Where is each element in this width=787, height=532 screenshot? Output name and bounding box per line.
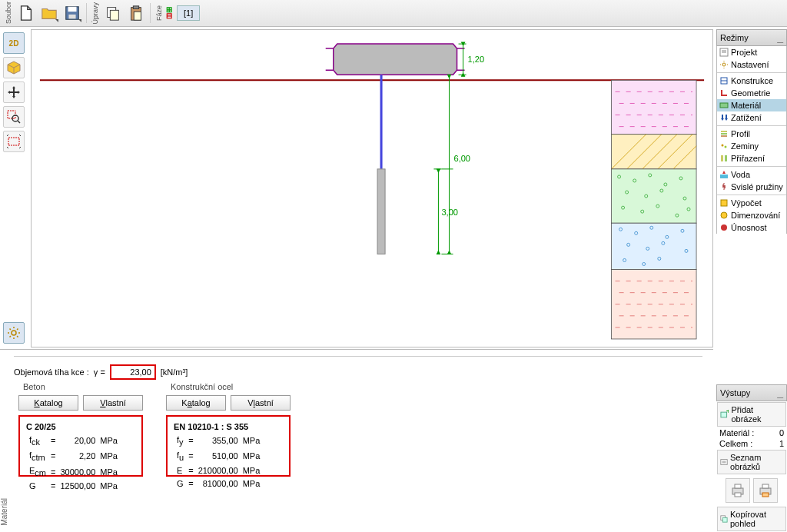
svg-point-11 [12, 331, 16, 335]
svg-rect-1 [68, 7, 77, 12]
concrete-katalog-button[interactable]: Katalog [18, 395, 78, 411]
svg-rect-80 [721, 155, 723, 161]
mode-springs[interactable]: Svislé pružiny [717, 181, 786, 193]
group-label-phase: Fáze [155, 5, 163, 21]
remove-phase-icon[interactable]: ⊟ [166, 13, 172, 19]
svg-rect-2 [68, 15, 75, 19]
svg-rect-81 [725, 155, 727, 161]
mode-settings[interactable]: Nastavení [717, 58, 786, 71]
copy-view-button[interactable]: Kopírovat pohled [717, 507, 786, 531]
steel-katalog-button[interactable]: Katalog [166, 395, 226, 411]
mode-material[interactable]: Materiál [717, 99, 786, 111]
mode-geometry[interactable]: Geometrie [717, 87, 786, 99]
weight-label: Objemová tíha kce : [14, 367, 89, 377]
mode-profile[interactable]: Profil [717, 128, 786, 140]
weight-input[interactable] [110, 364, 156, 380]
svg-rect-23 [612, 80, 697, 134]
mode-project[interactable]: Projekt [717, 46, 786, 58]
add-image-button[interactable]: +Přidat obrázek [717, 402, 786, 427]
mode-assignment[interactable]: Přiřazení [717, 152, 786, 165]
material-panel: Materiál Objemová tíha kce : γ = [kN/m³]… [0, 349, 713, 532]
concrete-data-box: C 20/25 fck=20,00MPa fctm=2,20MPa Ecm=30… [18, 415, 143, 477]
svg-rect-4 [110, 10, 118, 20]
material-tab-label: Materiál [0, 495, 10, 529]
print-button-2[interactable] [753, 478, 778, 503]
mode-calc[interactable]: Výpočet [717, 197, 786, 209]
svg-rect-76 [721, 133, 727, 135]
group-label-file: Soubor [5, 2, 12, 24]
svg-text:+: + [726, 410, 729, 415]
concrete-group: Beton Katalog Vlastní C 20/25 fck=20,00M… [14, 387, 148, 481]
left-toolbar: 2D [3, 32, 26, 152]
outputs-panel: Výstupy_ +Přidat obrázek Materiál :0 Cel… [716, 384, 787, 532]
svg-point-79 [725, 146, 727, 148]
svg-rect-95 [762, 484, 769, 488]
dim-2: 6,00 [454, 154, 471, 163]
concrete-vlastni-button[interactable]: Vlastní [83, 395, 143, 411]
mode-soils[interactable]: Zeminy [717, 140, 786, 152]
svg-rect-74 [720, 103, 728, 108]
top-toolbar: Soubor Úpravy Fáze ⊞ ⊟ [1] [0, 0, 787, 27]
svg-rect-77 [721, 135, 727, 137]
dim-3: 3,00 [441, 208, 458, 217]
image-list-button[interactable]: Seznam obrázků [717, 450, 786, 474]
mode-water[interactable]: Voda [717, 168, 786, 181]
svg-rect-93 [735, 493, 741, 497]
svg-rect-14 [377, 169, 385, 254]
svg-point-85 [721, 224, 727, 231]
settings-button[interactable] [3, 322, 25, 344]
svg-rect-88 [721, 460, 727, 465]
steel-group: Konstrukční ocel Katalog Vlastní EN 1021… [161, 387, 295, 481]
mode-load[interactable]: Zatížení [717, 111, 786, 124]
dim-1: 1,20 [468, 55, 485, 64]
drawing-canvas[interactable]: 1,20 6,00 3,00 [31, 29, 713, 347]
svg-rect-75 [721, 131, 727, 132]
svg-rect-7 [134, 12, 141, 20]
save-file-button[interactable] [61, 2, 83, 24]
gamma-symbol: γ = [94, 367, 105, 377]
mode-dimensioning[interactable]: Dimenzování [717, 209, 786, 221]
mode-construction[interactable]: Konstrukce [717, 75, 786, 87]
svg-rect-92 [735, 484, 741, 488]
svg-point-84 [721, 212, 727, 218]
collapse-icon[interactable]: _ [777, 32, 783, 44]
pan-button[interactable] [3, 81, 25, 103]
weight-unit: [kN/m³] [161, 367, 188, 377]
material-count-row: Materiál :0 [716, 427, 787, 438]
total-count-row: Celkem :1 [716, 438, 787, 449]
mode-bearing[interactable]: Únosnost [717, 221, 786, 234]
svg-rect-96 [762, 493, 769, 497]
group-label-edit: Úpravy [91, 2, 99, 25]
view-3d-button[interactable] [3, 57, 25, 78]
svg-rect-28 [612, 135, 697, 169]
svg-rect-98 [722, 517, 727, 522]
phase-tab-1[interactable]: [1] [177, 5, 200, 21]
paste-button[interactable] [125, 2, 147, 24]
outputs-header: Výstupy_ [716, 384, 787, 401]
modes-header: Režimy_ [716, 29, 787, 46]
copy-button[interactable] [102, 2, 124, 24]
svg-rect-83 [721, 200, 727, 206]
svg-rect-6 [133, 6, 138, 9]
print-button-1[interactable] [726, 478, 750, 503]
svg-rect-82 [720, 175, 728, 178]
new-file-button[interactable] [15, 2, 37, 24]
open-file-button[interactable] [38, 2, 60, 24]
phase-controls: ⊞ ⊟ [166, 7, 172, 19]
view-2d-button[interactable]: 2D [3, 32, 25, 54]
zoom-extents-button[interactable] [3, 131, 25, 152]
steel-data-box: EN 10210-1 : S 355 fy=355,00MPa fu=510,0… [166, 415, 291, 477]
svg-point-71 [722, 63, 726, 66]
steel-vlastni-button[interactable]: Vlastní [231, 395, 291, 411]
zoom-region-button[interactable] [3, 106, 25, 128]
concrete-legend: Beton [20, 382, 48, 391]
steel-legend: Konstrukční ocel [168, 382, 236, 391]
collapse-icon[interactable]: _ [777, 387, 783, 399]
svg-rect-34 [612, 169, 697, 223]
svg-rect-10 [8, 138, 19, 145]
svg-point-78 [722, 145, 724, 147]
svg-rect-8 [8, 111, 15, 118]
